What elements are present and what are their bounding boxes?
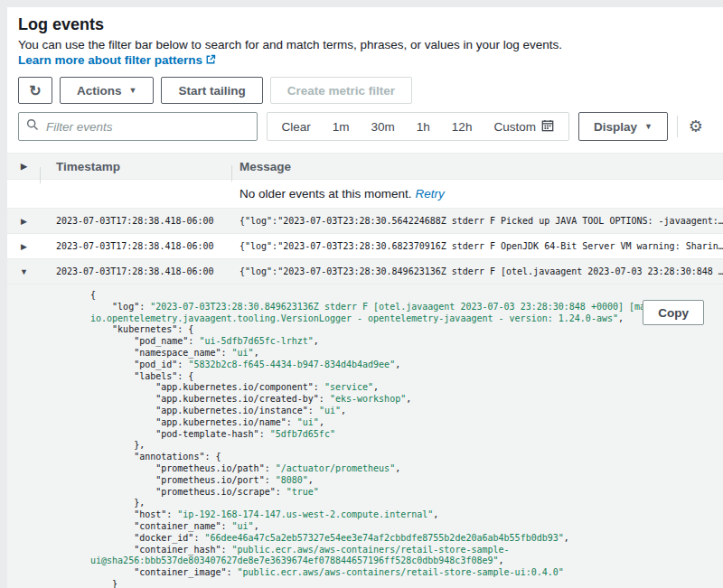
log-events-table: ▶ Timestamp Message No older events at t…	[7, 153, 723, 285]
retry-link[interactable]: Retry	[416, 187, 445, 201]
json-key: ,	[341, 406, 346, 415]
json-key: "docker_id":	[90, 533, 204, 543]
event-message: {"log":"2023-07-03T23:28:30.682370916Z s…	[232, 241, 723, 251]
actions-label: Actions	[77, 84, 122, 98]
event-message: {"log":"2023-07-03T23:28:30.564224688Z s…	[232, 216, 723, 226]
divider	[677, 116, 678, 137]
json-key: "container_hash":	[90, 545, 232, 555]
chevron-right-icon: ▶	[21, 242, 27, 251]
json-key: {	[90, 290, 96, 300]
json-key: ,	[314, 336, 319, 346]
json-value: "ui"	[319, 406, 341, 415]
expand-row-control[interactable]: ▶	[7, 242, 41, 251]
no-older-events-text: No older events at this moment.	[239, 187, 412, 201]
json-key: "pod_name":	[90, 336, 199, 346]
event-timestamp: 2023-07-03T17:28:38.418-06:00	[41, 241, 232, 251]
json-key: "prometheus.io/path":	[90, 463, 276, 473]
toolbar: ↻ Actions ▼ Start tailing Create metric …	[7, 77, 723, 104]
event-message: {"log":"2023-07-03T23:28:30.849623136Z s…	[232, 266, 723, 276]
json-value: ui@sha256:bbb537de803407627de8e7e3639674…	[90, 555, 499, 565]
json-key: "container_image":	[90, 567, 238, 577]
json-key: "prometheus.io/scrape":	[90, 487, 286, 497]
learn-more-link[interactable]: Learn more about filter patterns	[18, 53, 216, 67]
log-rows-container: ▶2023-07-03T17:28:38.418-06:00{"log":"20…	[7, 209, 723, 285]
json-key: "annotations": {	[90, 452, 221, 462]
json-value: "ui"	[232, 348, 254, 358]
filter-events-input[interactable]	[44, 119, 249, 135]
json-key: "app.kubernetes.io/instance":	[90, 406, 319, 415]
log-events-panel: Log events You can use the filter bar be…	[7, 7, 723, 588]
json-key: },	[90, 440, 145, 450]
json-key: "pod-template-hash":	[90, 429, 270, 439]
display-button[interactable]: Display ▼	[578, 112, 668, 141]
json-key: ,	[373, 382, 379, 392]
json-value: "ui"	[232, 521, 254, 531]
start-tailing-button[interactable]: Start tailing	[161, 77, 262, 104]
json-key: "labels": {	[90, 371, 193, 381]
json-key: ,	[433, 509, 438, 519]
message-column-header[interactable]: Message	[232, 160, 723, 173]
expanded-event-detail: { "log": "2023-07-03T23:28:30.849623136Z…	[7, 285, 723, 588]
json-value: "ui"	[297, 417, 319, 427]
table-header-row: ▶ Timestamp Message	[7, 153, 723, 180]
expand-all-header[interactable]: ▶	[7, 162, 41, 171]
log-event-row[interactable]: ▼2023-07-03T17:28:38.418-06:00{"log":"20…	[7, 259, 723, 285]
create-metric-filter-button[interactable]: Create metric filter	[270, 77, 412, 104]
json-key: },	[90, 498, 145, 508]
actions-button[interactable]: Actions ▼	[60, 77, 154, 104]
chevron-down-icon: ▼	[644, 122, 653, 131]
description-text: You can use the filter bar below to sear…	[18, 38, 562, 51]
json-value: "5832b2c8-f645-4434-b947-834d4b4ad9ee"	[188, 359, 395, 369]
page-header: Log events You can use the filter bar be…	[7, 7, 723, 69]
range-30m[interactable]: 30m	[361, 113, 406, 140]
json-key: ,	[254, 348, 259, 358]
display-label: Display	[594, 120, 637, 134]
json-key: ,	[618, 313, 624, 323]
log-event-row[interactable]: ▶2023-07-03T17:28:38.418-06:00{"log":"20…	[7, 234, 723, 259]
json-key: "app.kubernetes.io/component":	[90, 382, 324, 392]
log-event-row[interactable]: ▶2023-07-03T17:28:38.418-06:00{"log":"20…	[7, 209, 723, 234]
calendar-icon	[541, 119, 554, 135]
range-1h[interactable]: 1h	[406, 113, 441, 140]
json-key: ,	[319, 417, 324, 427]
json-value: "public.ecr.aws/aws-containers/retail-st…	[238, 567, 564, 577]
json-key: ,	[406, 394, 411, 404]
range-custom[interactable]: Custom	[483, 113, 565, 140]
chevron-right-icon: ▶	[21, 162, 27, 171]
json-value: "ip-192-168-174-147.us-west-2.compute.in…	[177, 509, 433, 519]
gear-icon[interactable]: ⚙	[687, 118, 705, 135]
range-12h[interactable]: 12h	[441, 113, 484, 140]
refresh-button[interactable]: ↻	[18, 77, 52, 104]
json-key: "app.kubernetes.io/name":	[90, 417, 297, 427]
json-key: ,	[499, 555, 504, 565]
copy-button[interactable]: Copy	[643, 300, 704, 325]
create-metric-filter-label: Create metric filter	[287, 84, 395, 98]
json-value: "66dee46a47c5a2eb57327e54ee3e74af2cbbdfe…	[204, 533, 563, 543]
json-key: "log":	[90, 302, 150, 312]
start-tailing-label: Start tailing	[178, 84, 245, 98]
json-value: "8080"	[276, 475, 308, 485]
refresh-icon: ↻	[29, 82, 41, 99]
json-value: "public.ecr.aws/aws-containers/retail-st…	[232, 545, 510, 555]
json-value: "true"	[286, 487, 319, 497]
json-key: "app.kubernetes.io/created-by":	[90, 394, 330, 404]
json-value: "ui-5dfb7d65fc-lrhzt"	[199, 336, 313, 346]
json-key: ,	[254, 521, 259, 531]
expand-row-control[interactable]: ▶	[7, 217, 41, 226]
json-key: "namespace_name":	[90, 348, 232, 358]
search-icon	[26, 118, 39, 135]
json-key: "kubernetes": {	[90, 324, 193, 334]
timestamp-column-header[interactable]: Timestamp	[41, 160, 232, 173]
chevron-down-icon: ▼	[20, 267, 28, 276]
event-json: { "log": "2023-07-03T23:28:30.849623136Z…	[7, 285, 723, 588]
page-title: Log events	[18, 14, 712, 34]
json-key: ,	[395, 359, 400, 369]
json-value: "5dfb7d65fc"	[270, 429, 335, 439]
filter-events-searchbox[interactable]	[18, 112, 258, 141]
filter-bar: Clear 1m 30m 1h 12h Custom Display ▼ ⚙	[7, 112, 723, 141]
range-clear[interactable]: Clear	[271, 113, 322, 140]
json-key: }	[90, 579, 117, 588]
collapse-row-control[interactable]: ▼	[7, 267, 41, 276]
range-1m[interactable]: 1m	[322, 113, 361, 140]
event-timestamp: 2023-07-03T17:28:38.418-06:00	[41, 216, 232, 226]
